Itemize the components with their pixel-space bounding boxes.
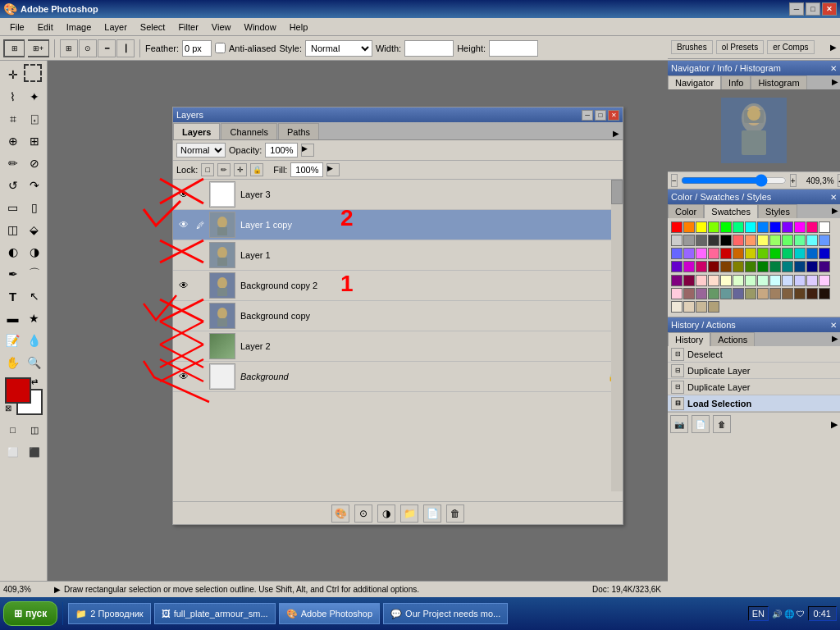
rectangle-tool[interactable]: ▬ — [2, 308, 24, 329]
single-col-btn[interactable]: ┃ — [116, 39, 135, 57]
comps-tab[interactable]: er Comps — [767, 40, 814, 54]
color-swatch[interactable] — [708, 235, 719, 246]
fill-input[interactable] — [290, 162, 323, 177]
opacity-arrow[interactable]: ▶ — [301, 144, 314, 157]
layers-close-btn[interactable]: ✕ — [608, 110, 619, 121]
screen-mode-1[interactable]: ⬜ — [2, 441, 24, 463]
menu-help[interactable]: Help — [283, 21, 315, 34]
color-swatch[interactable] — [757, 235, 769, 246]
color-swatch[interactable] — [720, 235, 732, 246]
layers-panel-menu[interactable]: ▶ — [609, 127, 623, 139]
histogram-tab[interactable]: Histogram — [751, 75, 806, 89]
dodge-tool[interactable]: ◐ — [2, 241, 24, 262]
color-swatch[interactable] — [806, 261, 818, 272]
blend-mode-select[interactable]: Normal Multiply Screen — [176, 143, 226, 158]
taskbar-item-image[interactable]: 🖼 full_plate_armour_sm... — [154, 603, 276, 624]
taskbar-item-project[interactable]: 💬 Our Project needs mo... — [383, 603, 508, 624]
layers-scroll-thumb[interactable] — [611, 180, 623, 204]
zoom-decrement[interactable]: ◂ — [838, 174, 840, 187]
color-swatch[interactable] — [794, 288, 806, 299]
menu-filter[interactable]: Filter — [171, 21, 204, 34]
layer-row[interactable]: Layer 2 — [173, 331, 623, 362]
zoom-slider[interactable] — [681, 176, 787, 185]
color-swatch[interactable] — [720, 288, 732, 299]
info-tab[interactable]: Info — [721, 75, 751, 89]
color-swatch[interactable] — [696, 248, 707, 259]
color-swatch[interactable] — [708, 275, 719, 286]
move-tool[interactable]: ✛ — [2, 64, 24, 85]
color-swatch[interactable] — [696, 301, 707, 313]
color-swatch[interactable] — [720, 261, 732, 272]
layer-visibility-toggle[interactable]: 👁 — [175, 180, 193, 210]
color-swatch[interactable] — [757, 275, 769, 286]
layers-tab[interactable]: Layers — [173, 123, 220, 139]
color-tab[interactable]: Color — [668, 204, 704, 218]
navigator-panel-close[interactable]: ✕ — [830, 64, 837, 73]
color-swatch[interactable] — [819, 235, 830, 246]
color-swatch[interactable] — [683, 288, 695, 299]
burn-tool[interactable]: ◑ — [24, 241, 45, 262]
color-swatch[interactable] — [757, 221, 769, 233]
magic-wand-tool[interactable]: ✦ — [24, 86, 45, 107]
presets-tab[interactable]: ol Presets — [716, 40, 764, 54]
history-panel-menu-icon[interactable]: ▶ — [830, 332, 840, 346]
color-swatch[interactable] — [794, 261, 806, 272]
color-swatch[interactable] — [733, 288, 744, 299]
color-swatch[interactable] — [708, 301, 719, 313]
layer-visibility-toggle[interactable] — [175, 331, 193, 362]
color-swatch[interactable] — [769, 261, 781, 272]
layers-minimize-btn[interactable]: ─ — [582, 110, 593, 121]
rect-tool-btn[interactable]: ⊞ — [60, 39, 78, 57]
layer-row[interactable]: Background copy — [173, 301, 623, 331]
actions-tab[interactable]: Actions — [710, 332, 755, 346]
color-swatch[interactable] — [720, 221, 732, 233]
color-swatch[interactable] — [720, 248, 732, 259]
color-swatch[interactable] — [683, 301, 695, 313]
color-swatch[interactable] — [708, 288, 719, 299]
color-swatch[interactable] — [745, 275, 756, 286]
color-swatch[interactable] — [745, 248, 756, 259]
history-scroll-right[interactable]: ▶ — [831, 419, 838, 430]
color-swatch[interactable] — [745, 261, 756, 272]
color-swatch[interactable] — [819, 275, 830, 286]
color-swatch[interactable] — [745, 235, 756, 246]
foreground-color[interactable] — [5, 377, 31, 404]
swatches-tab[interactable]: Swatches — [704, 204, 758, 218]
notes-tool[interactable]: 📝 — [2, 330, 24, 351]
layer-row[interactable]: 👁 🖉 Layer 1 copy — [173, 210, 623, 240]
width-input[interactable] — [404, 40, 454, 57]
panel-options-icon[interactable]: ▶ — [830, 43, 837, 52]
fill-arrow[interactable]: ▶ — [326, 163, 340, 176]
layers-maximize-btn[interactable]: □ — [595, 110, 606, 121]
bg-eraser-tool[interactable]: ▯ — [24, 197, 45, 218]
close-button[interactable]: ✕ — [822, 2, 837, 16]
menu-edit[interactable]: Edit — [31, 21, 60, 34]
color-swatch[interactable] — [696, 235, 707, 246]
color-swatch[interactable] — [782, 288, 793, 299]
gradient-tool[interactable]: ◫ — [2, 219, 24, 240]
color-swatch[interactable] — [769, 221, 781, 233]
style-select[interactable]: Normal Fixed Ratio Fixed Size — [305, 40, 372, 57]
channels-tab[interactable]: Channels — [221, 123, 276, 139]
lock-image-btn[interactable]: ✏ — [217, 163, 231, 176]
layer-visibility-toggle[interactable] — [175, 240, 193, 271]
color-swatch[interactable] — [794, 221, 806, 233]
color-swatch[interactable] — [745, 221, 756, 233]
color-swatch[interactable] — [794, 248, 806, 259]
quick-mask-mode[interactable]: ◫ — [24, 419, 45, 441]
freeform-pen[interactable]: ⌒ — [24, 263, 45, 285]
color-swatch[interactable] — [782, 235, 793, 246]
stamp-tool[interactable]: ⊘ — [24, 153, 45, 174]
color-swatch[interactable] — [769, 235, 781, 246]
feather-input[interactable] — [182, 40, 212, 57]
color-swatch[interactable] — [671, 221, 682, 233]
layer-row[interactable]: 👁 Layer 3 — [173, 180, 623, 210]
layer-mask-btn[interactable]: ⊙ — [354, 504, 372, 523]
color-swatch[interactable] — [806, 288, 818, 299]
color-swatch[interactable] — [671, 261, 682, 272]
color-swatch[interactable] — [745, 288, 756, 299]
layer-visibility-toggle[interactable]: 👁 — [175, 210, 193, 240]
color-swatch[interactable] — [806, 235, 818, 246]
lock-move-btn[interactable]: ✛ — [234, 163, 247, 176]
color-swatch[interactable] — [819, 261, 830, 272]
